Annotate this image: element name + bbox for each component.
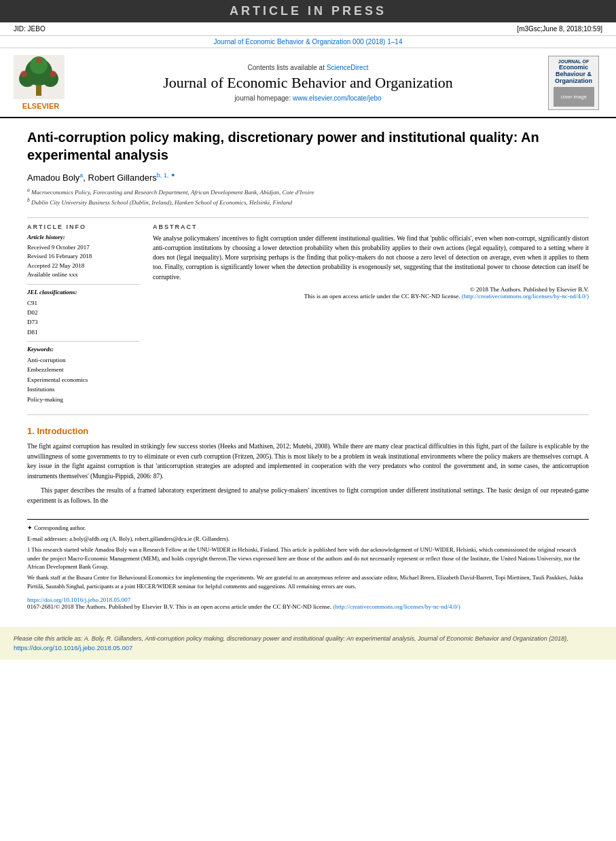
article-info-abstract-section: ARTICLE INFO Article history: Received 9… bbox=[27, 223, 589, 405]
doi-section: https://doi.org/10.1016/j.jebo.2018.05.0… bbox=[27, 596, 589, 610]
affiliation-1: a Macroeconomics Policy, Forecasting and… bbox=[27, 187, 589, 197]
article-info-label: ARTICLE INFO bbox=[27, 223, 139, 230]
keyword-4: Institutions bbox=[27, 384, 139, 394]
journal-cover-image: JOURNAL OF Economic Behaviour & Organiza… bbox=[548, 56, 599, 110]
divider-1 bbox=[27, 217, 589, 218]
received-date: Received 9 October 2017 bbox=[27, 243, 139, 253]
footnote-area: ✦ Corresponding author. E-mail addresses… bbox=[27, 519, 589, 590]
abstract-column: ABSTRACT We analyse policymakers' incent… bbox=[153, 223, 589, 405]
journal-homepage-link[interactable]: www.elsevier.com/locate/jebo bbox=[293, 94, 382, 102]
svg-point-6 bbox=[20, 71, 27, 77]
citation-doi-link[interactable]: https://doi.org/10.1016/j.jebo.2018.05.0… bbox=[14, 644, 132, 651]
keywords-label: Keywords: bbox=[27, 346, 139, 353]
license-link-doi[interactable]: (http://creativecommons.org/licenses/by-… bbox=[333, 603, 460, 610]
author-2-name: Robert Gillanders bbox=[88, 173, 157, 183]
journal-subtitle-text: Journal of Economic Behavior & Organizat… bbox=[214, 38, 403, 46]
author-2-sup: b, 1, ✦ bbox=[157, 172, 176, 179]
cover-title-line1: JOURNAL OF bbox=[558, 59, 589, 64]
journal-info-bar: JID: JEBO [m3Gsc;June 8, 2018;10:59] bbox=[0, 22, 616, 36]
cover-title-line4: Organization bbox=[555, 77, 592, 84]
author-1-name: Amadou Boly bbox=[27, 173, 79, 183]
contents-available-line: Contents lists available at ScienceDirec… bbox=[75, 64, 541, 71]
divider-2 bbox=[27, 414, 589, 415]
journal-title: Journal of Economic Behavior and Organiz… bbox=[75, 74, 541, 92]
journal-header-center: Contents lists available at ScienceDirec… bbox=[75, 64, 541, 102]
article-info-column: ARTICLE INFO Article history: Received 9… bbox=[27, 223, 139, 405]
info-divider-1 bbox=[27, 284, 139, 285]
cover-title-line3: Behaviour & bbox=[556, 71, 592, 77]
main-content: Anti-corruption policy making, discretio… bbox=[0, 118, 616, 620]
jel-d73: D73 bbox=[27, 317, 139, 327]
journal-header: ELSEVIER Contents lists available at Sci… bbox=[0, 48, 616, 118]
keyword-5: Policy-making bbox=[27, 395, 139, 404]
svg-point-8 bbox=[36, 58, 41, 63]
footnote-1: 1 This research started while Amadou Bol… bbox=[27, 545, 589, 571]
article-history-label: Article history: bbox=[27, 234, 139, 240]
introduction-section: 1. Introduction The fight against corrup… bbox=[27, 426, 589, 505]
introduction-heading: 1. Introduction bbox=[27, 426, 589, 436]
jid-label: JID: JEBO bbox=[14, 25, 46, 33]
keyword-3: Experimental economics bbox=[27, 375, 139, 384]
info-divider-2 bbox=[27, 341, 139, 342]
affiliations: a Macroeconomics Policy, Forecasting and… bbox=[27, 187, 589, 207]
cc-license-link[interactable]: (http://creativecommons.org/licenses/by-… bbox=[462, 293, 589, 300]
introduction-body: The fight against corruption has resulte… bbox=[27, 442, 589, 505]
article-title: Anti-corruption policy making, discretio… bbox=[27, 128, 589, 164]
keyword-1: Anti-corruption bbox=[27, 355, 139, 365]
author-1-sup: a bbox=[79, 172, 83, 179]
revised-date: Revised 16 February 2018 bbox=[27, 252, 139, 262]
authors-line: Amadou Bolya, Robert Gillandersb, 1, ✦ bbox=[27, 172, 589, 183]
meta-info: [m3Gsc;June 8, 2018;10:59] bbox=[517, 25, 602, 33]
jel-d02: D02 bbox=[27, 308, 139, 317]
jel-c91: C91 bbox=[27, 298, 139, 308]
doi-link[interactable]: https://doi.org/10.1016/j.jebo.2018.05.0… bbox=[27, 596, 130, 603]
corresponding-author-note: ✦ Corresponding author. bbox=[27, 524, 589, 533]
elsevier-tree-icon bbox=[14, 55, 65, 99]
copyright-line: © 2018 The Authors. Published by Elsevie… bbox=[153, 286, 589, 300]
issn-line: 0167-2681/© 2018 The Authors. Published … bbox=[27, 603, 589, 610]
elsevier-logo-left: ELSEVIER bbox=[14, 55, 68, 110]
cover-thumbnail: cover image bbox=[554, 87, 594, 107]
svg-rect-1 bbox=[36, 86, 41, 96]
svg-point-7 bbox=[50, 71, 56, 77]
journal-logo-right: JOURNAL OF Economic Behaviour & Organiza… bbox=[548, 56, 602, 110]
jel-d81: D81 bbox=[27, 327, 139, 337]
affiliation-2: b Dublin City University Business School… bbox=[27, 197, 589, 207]
sciencedirect-link[interactable]: ScienceDirect bbox=[327, 64, 369, 71]
jel-label: JEL classifications: bbox=[27, 289, 139, 296]
available-online: Available online xxx bbox=[27, 270, 139, 280]
citation-box: Please cite this article as: A. Boly, R.… bbox=[0, 627, 616, 660]
email-addresses: E-mail addresses: a.boly@afdb.org (A. Bo… bbox=[27, 535, 589, 543]
article-in-press-banner: ARTICLE IN PRESS bbox=[0, 0, 616, 22]
keyword-2: Embezzlement bbox=[27, 365, 139, 374]
cover-title-line2: Economic bbox=[559, 64, 588, 71]
acknowledgements: We thank staff at the Busara Centre for … bbox=[27, 573, 589, 591]
please-cite-label: Please cite this article as: A. Boly, R.… bbox=[14, 635, 568, 642]
abstract-label: ABSTRACT bbox=[153, 223, 589, 230]
abstract-text: We analyse policymakers' incentives to f… bbox=[153, 234, 589, 282]
homepage-line: journal homepage: www.elsevier.com/locat… bbox=[75, 94, 541, 102]
elsevier-brand-text: ELSEVIER bbox=[14, 102, 68, 110]
journal-subtitle-bar: Journal of Economic Behavior & Organizat… bbox=[0, 36, 616, 48]
accepted-date: Accepted 22 May 2018 bbox=[27, 262, 139, 271]
